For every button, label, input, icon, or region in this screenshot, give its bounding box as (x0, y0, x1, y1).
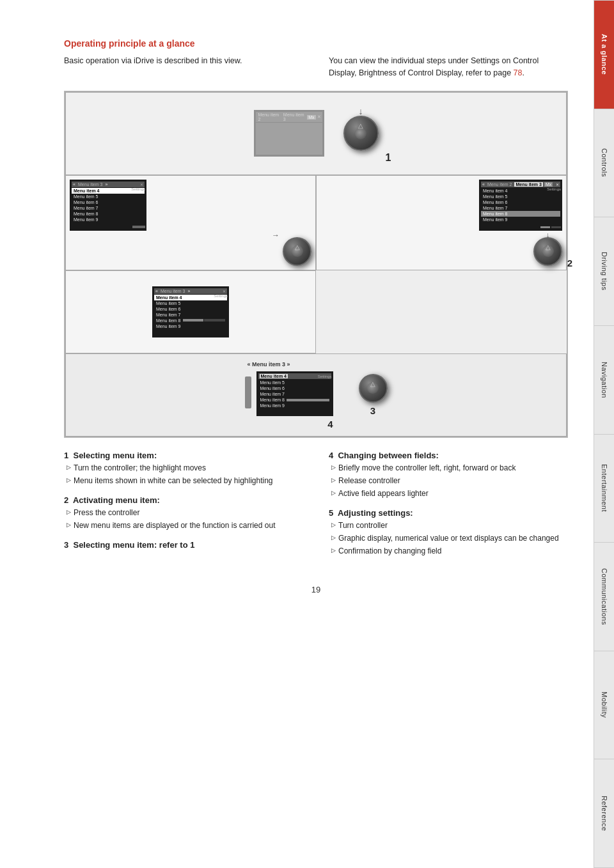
num-item-3: 3 Selecting menu item: refer to 1 (64, 540, 303, 550)
menu-item-7: Menu item 7 (72, 205, 145, 211)
step-number-3: 3 (370, 405, 375, 416)
main-content: Operating principle at a glance Basic op… (0, 0, 594, 620)
numbered-list-section: 1 Selecting menu item: Turn the controll… (64, 451, 568, 566)
list-item: Release controller (331, 475, 568, 486)
panel-bot-center: « Menu item 3 » Menu item 4 Settings Men… (65, 353, 567, 437)
tab-driving-tips[interactable]: Driving tips (594, 217, 614, 326)
tab-entertainment[interactable]: Entertainment (594, 435, 614, 543)
menu-item-6: Menu item 6 (72, 199, 145, 205)
numbered-col-left: 1 Selecting menu item: Turn the controll… (64, 451, 303, 566)
section-heading: Operating principle at a glance (64, 38, 568, 49)
menu-item-9: Menu item 9 (72, 217, 145, 222)
panel-bot-left: «Menu item 3» ✕ Menu item 4 Menu item 5 … (65, 270, 316, 353)
list-item: Briefly move the controller left, right,… (331, 462, 568, 474)
intro-columns: Basic operation via iDrive is described … (64, 55, 568, 79)
sub-list-5: Turn controller Graphic display, numeric… (329, 520, 568, 557)
num-item-1: 1 Selecting menu item: Turn the controll… (64, 451, 303, 486)
list-item: Menu items shown in white can be selecte… (67, 475, 303, 486)
num-label-5: 5 Adjusting settings: (329, 508, 413, 518)
controller-knob-1 (343, 116, 379, 151)
num-label-3: 3 Selecting menu item: refer to 1 (64, 540, 194, 550)
list-item: Graphic display, numerical value or text… (331, 532, 568, 544)
sub-list-4: Briefly move the controller left, right,… (329, 462, 568, 499)
tab-mobility[interactable]: Mobility (594, 651, 614, 760)
panel-top: Menu item 2 Menu item 3 Mx ✕ ↓ (65, 92, 567, 175)
list-item: Press the controller (67, 507, 303, 518)
numbered-col-right: 4 Changing between fields: Briefly move … (329, 451, 568, 566)
num-item-4: 4 Changing between fields: Briefly move … (329, 451, 568, 499)
controller-knob-5 (283, 237, 311, 266)
panel-mid-left: «Menu item 3» ✕ Menu item 4 Menu item 5 … (65, 175, 316, 270)
sub-list-2: Press the controller New menu items are … (64, 507, 303, 531)
step-number-1: 1 (386, 152, 391, 164)
panel-mid-right: «Menu item 2Menu item 3Mx ✕ Menu item 4 … (316, 175, 567, 270)
step-number-4: 4 (327, 419, 333, 430)
list-item: Confirmation by changing field (331, 545, 568, 557)
list-item: Active field appears lighter (331, 488, 568, 499)
tab-navigation[interactable]: Navigation (594, 326, 614, 435)
num-item-2: 2 Activating menu item: Press the contro… (64, 495, 303, 531)
tab-controls[interactable]: Controls (594, 109, 614, 218)
num-item-5: 5 Adjusting settings: Turn controller Gr… (329, 508, 568, 557)
list-item: New menu items are displayed or the func… (67, 520, 303, 531)
sub-list-1: Turn the controller; the highlight moves… (64, 462, 303, 486)
intro-right: You can view the individual steps under … (329, 55, 568, 79)
num-label-1: 1 Selecting menu item: (64, 451, 157, 460)
tab-reference[interactable]: Reference (594, 759, 614, 868)
diagram-wrapper: Menu item 2 Menu item 3 Mx ✕ ↓ (64, 91, 568, 438)
page-link[interactable]: 78 (514, 68, 523, 77)
menu-item-5: Menu item 5 (72, 194, 145, 199)
controller-knob-2 (533, 237, 562, 266)
controller-knob-3 (359, 374, 388, 403)
list-item: Turn controller (331, 520, 568, 531)
list-item: Turn the controller; the highlight moves (67, 462, 303, 474)
menu-item-8: Menu item 8 (72, 211, 145, 217)
num-label-2: 2 Activating menu item: (64, 495, 160, 505)
num-label-4: 4 Changing between fields: (329, 451, 439, 460)
step-number-2: 2 (567, 258, 572, 268)
intro-left: Basic operation via iDrive is described … (64, 55, 303, 79)
page-number: 19 (64, 585, 568, 594)
panels-grid: Menu item 2 Menu item 3 Mx ✕ ↓ (65, 91, 567, 437)
tab-communications[interactable]: Communications (594, 543, 614, 651)
sidebar-tabs: At a glance Controls Driving tips Naviga… (594, 0, 614, 868)
tab-at-a-glance[interactable]: At a glance (594, 0, 614, 109)
